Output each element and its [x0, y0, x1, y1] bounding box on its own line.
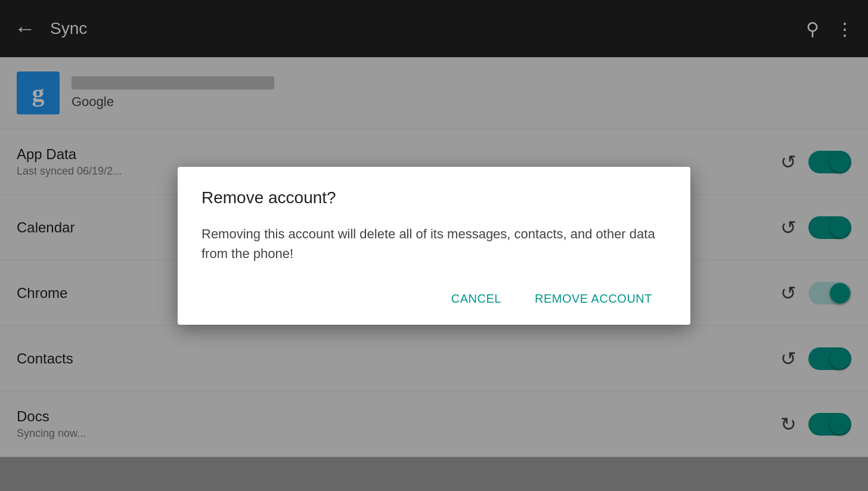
remove-account-dialog: Remove account? Removing this account wi… [178, 167, 690, 325]
dialog-message: Removing this account will delete all of… [202, 224, 666, 263]
dialog-title: Remove account? [202, 188, 666, 207]
cancel-button[interactable]: CANCEL [437, 285, 516, 313]
modal-overlay: Remove account? Removing this account wi… [0, 0, 868, 491]
remove-account-button[interactable]: REMOVE ACCOUNT [520, 285, 666, 313]
dialog-actions: CANCEL REMOVE ACCOUNT [202, 285, 666, 313]
